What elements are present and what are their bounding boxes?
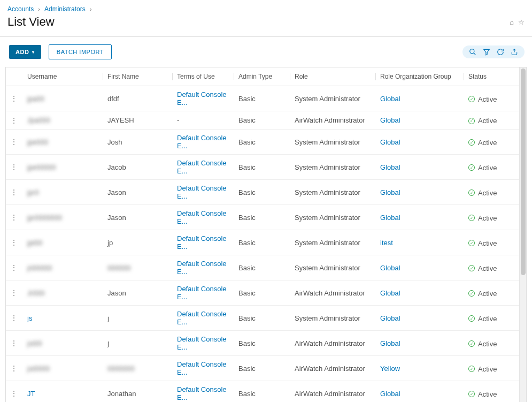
chevron-down-icon: ▾ [32,50,35,55]
batch-import-button[interactable]: BATCH IMPORT [49,44,112,59]
col-status[interactable]: Status [464,67,519,86]
role-group-link[interactable]: Global [380,339,400,347]
status: ✓Active [468,164,497,172]
first-name: j [107,339,109,347]
admin-type: Basic [238,289,256,297]
username-link[interactable]: jst00 [27,339,42,347]
row-menu-icon[interactable]: ⋮ [10,213,17,222]
check-circle-icon: ✓ [468,391,475,397]
first-name: dfdf [107,95,119,103]
role-group-link[interactable]: Global [380,314,400,322]
role: AirWatch Administrator [295,116,365,124]
username-link[interactable]: jst0000 [27,365,50,373]
username-link[interactable]: jpr0 [27,188,39,196]
check-circle-icon: ✓ [468,265,475,271]
role-group-link[interactable]: Global [380,163,400,171]
status: ✓Active [468,117,497,125]
row-menu-icon[interactable]: ⋮ [10,263,17,272]
export-icon[interactable] [511,48,518,56]
role-group-link[interactable]: Global [380,289,400,297]
role-group-link[interactable]: Global [380,214,400,222]
home-icon[interactable]: ⌂ [510,18,514,26]
username-link[interactable]: Jr000 [27,289,45,297]
vertical-scrollbar[interactable] [519,67,526,402]
terms-link[interactable]: Default Console E... [177,310,227,326]
role-group-link[interactable]: itest [380,239,393,247]
svg-line-1 [474,53,476,55]
row-menu-icon[interactable]: ⋮ [10,364,17,373]
terms-link[interactable]: Default Console E... [177,134,227,150]
role: System Administrator [295,163,360,171]
check-circle-icon: ✓ [468,240,475,246]
status-text: Active [478,95,497,103]
username-link[interactable]: jpe000 [27,138,48,146]
col-role[interactable]: Role [290,67,376,86]
status: ✓Active [468,189,497,197]
row-menu-icon[interactable]: ⋮ [10,238,17,247]
table-row: ⋮jpe00000JacobDefault Console E...BasicS… [6,155,519,180]
terms-link[interactable]: Default Console E... [177,335,227,351]
terms-link[interactable]: Default Console E... [177,159,227,175]
check-circle-icon: ✓ [468,340,475,347]
terms-link[interactable]: Default Console E... [177,285,227,301]
row-menu-icon[interactable]: ⋮ [10,389,17,398]
username-link[interactable]: jpt00 [27,239,42,247]
refresh-icon[interactable] [497,48,504,56]
role: AirWatch Administrator [295,365,365,373]
status: ✓Active [468,390,497,398]
row-menu-icon[interactable]: ⋮ [10,163,17,171]
first-name: j [107,314,109,322]
add-button[interactable]: ADD ▾ [9,45,41,59]
username-link[interactable]: Jpa000 [27,116,50,124]
search-icon[interactable] [469,48,476,56]
terms-link[interactable]: Default Console E... [177,360,227,376]
role-group-link[interactable]: Global [380,116,400,124]
terms-link[interactable]: Default Console E... [177,90,227,107]
terms-link[interactable]: Default Console E... [177,209,227,225]
row-menu-icon[interactable]: ⋮ [10,289,17,297]
username-link[interactable]: jpe00000 [27,163,56,171]
username-link[interactable]: jpa00 [27,95,44,103]
col-admin-type[interactable]: Admin Type [234,67,290,86]
row-menu-icon[interactable]: ⋮ [10,188,17,196]
role-group-link[interactable]: Yellow [380,365,400,373]
terms-link[interactable]: Default Console E... [177,184,227,200]
breadcrumb-administrators[interactable]: Administrators [44,5,86,13]
terms-link[interactable]: Default Console E... [177,385,227,401]
col-username[interactable]: Username [23,67,103,86]
role-group-link[interactable]: Global [380,95,400,103]
role-group-link[interactable]: Global [380,138,400,146]
role-group-link[interactable]: Global [380,390,400,398]
admin-type: Basic [238,188,256,196]
username-link[interactable]: jpr0000000 [27,214,62,222]
col-terms[interactable]: Terms of Use [173,67,234,86]
username-link[interactable]: JT [27,390,35,398]
username-link[interactable]: js [27,314,32,322]
username-link[interactable]: jri00000 [27,264,52,272]
first-name: Jonathan [107,390,136,398]
col-first-name[interactable]: First Name [103,67,173,86]
row-menu-icon[interactable]: ⋮ [10,138,17,146]
svg-point-0 [470,49,474,54]
role-group-link[interactable]: Global [380,264,400,272]
row-menu-icon[interactable]: ⋮ [10,116,17,125]
role: System Administrator [295,314,360,322]
terms-link[interactable]: Default Console E... [177,260,227,276]
row-menu-icon[interactable]: ⋮ [10,314,17,322]
star-icon[interactable]: ☆ [518,18,525,26]
table-row: ⋮jpr0000000JasonDefault Console E...Basi… [6,205,519,230]
role-group-link[interactable]: Global [380,188,400,196]
check-circle-icon: ✓ [468,315,475,322]
role: System Administrator [295,95,360,103]
filter-icon[interactable] [483,48,490,56]
breadcrumb-accounts[interactable]: Accounts [7,5,34,13]
status-text: Active [478,239,497,247]
status-text: Active [478,164,497,172]
row-menu-icon[interactable]: ⋮ [10,94,17,103]
col-group[interactable]: Role Organization Group [376,67,464,86]
scroll-thumb[interactable] [521,69,526,275]
row-menu-icon[interactable]: ⋮ [10,339,17,347]
first-name: Jason [107,214,126,222]
check-circle-icon: ✓ [468,96,475,102]
terms-link[interactable]: Default Console E... [177,234,227,251]
